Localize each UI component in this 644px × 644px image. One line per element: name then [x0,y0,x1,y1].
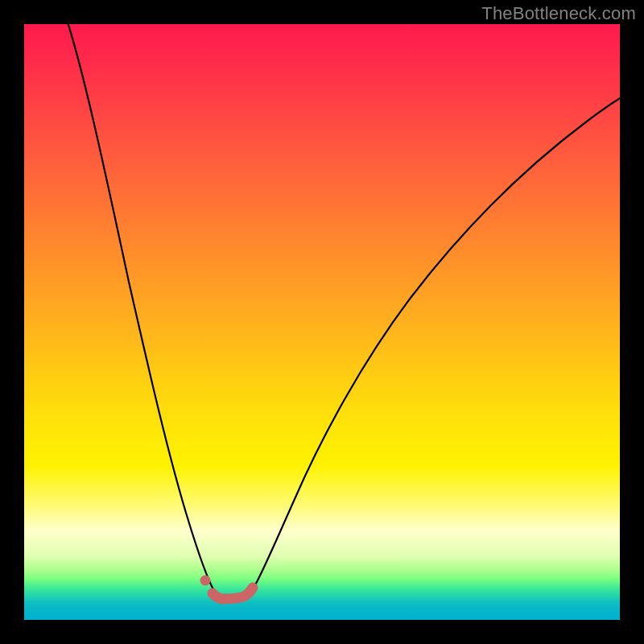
chart-overlay [24,24,620,620]
watermark-text: TheBottleneck.com [481,3,636,24]
chart-frame: TheBottleneck.com [0,0,644,644]
bottleneck-curve [63,8,624,598]
trough-segment [213,588,253,599]
marker-point [200,576,211,586]
plot-area [24,24,620,620]
